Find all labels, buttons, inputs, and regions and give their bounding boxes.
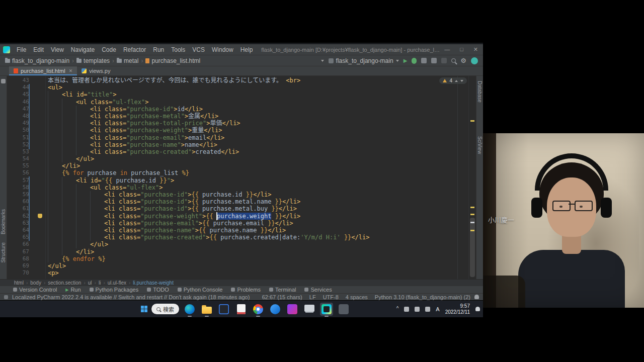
minimize-button[interactable]: —	[444, 46, 450, 53]
code-line-58[interactable]: <ul class="ul-flex">	[46, 184, 468, 191]
start-button[interactable]	[141, 306, 147, 312]
code-line-47[interactable]: <li class="purchase-id">id</li>	[46, 106, 468, 113]
maximize-button[interactable]: □	[460, 46, 463, 53]
code-line-59[interactable]: <li class="purchase-id">{{ purchase.id }…	[46, 191, 468, 198]
code-line-50[interactable]: <li class="purchase-weight">重量</li>	[46, 127, 468, 134]
code-line-60[interactable]: <li class="purchase-id">{{ purchase.meta…	[46, 198, 468, 205]
code-line-45[interactable]: <li id="title">	[46, 91, 468, 98]
line-number-57[interactable]: 57	[7, 177, 45, 184]
close-button[interactable]: ✕	[473, 46, 478, 53]
nav-crumb[interactable]: templates	[76, 57, 110, 64]
line-number-56[interactable]: 56	[7, 169, 45, 176]
code-line-43[interactable]: 本当は、管理者しか見れないページですが、今回は、誰でも見れるようにしています。 …	[46, 77, 468, 84]
close-icon[interactable]: ✕	[69, 68, 73, 73]
ime-indicator[interactable]: A	[436, 306, 439, 312]
line-number-44[interactable]: 44	[7, 84, 45, 91]
project-tool-icon[interactable]	[1, 79, 6, 83]
taskbar-app-pycharm[interactable]	[320, 303, 333, 316]
code-line-46[interactable]: <ul class="ul-flex">	[46, 99, 468, 106]
menu-item-help[interactable]: Help	[237, 46, 257, 53]
line-number-54[interactable]: 54	[7, 155, 45, 162]
breadcrumb-item-li[interactable]: li	[99, 280, 101, 286]
warning-stripe-mark[interactable]	[470, 230, 474, 231]
code-line-44[interactable]: <ul>	[46, 84, 468, 91]
speaker-icon[interactable]	[415, 307, 420, 312]
taskbar-app-app-blue[interactable]	[269, 303, 282, 316]
line-number-48[interactable]: 48	[7, 113, 45, 120]
settings-gear-icon[interactable]: ⚙	[460, 58, 466, 64]
toolwindow-python-console[interactable]: Python Console	[178, 287, 223, 293]
taskbar-app-app-dark[interactable]	[217, 303, 230, 316]
breadcrumb-item-body[interactable]: body	[30, 280, 41, 286]
code-line-52[interactable]: <li class="purchase-name">name</li>	[46, 141, 468, 148]
line-number-68[interactable]: 68	[7, 255, 45, 262]
coverage-button[interactable]	[421, 58, 427, 63]
line-number-60[interactable]: 60	[7, 198, 45, 205]
warning-stripe-mark[interactable]	[470, 207, 474, 208]
breadcrumb-item-ul.ul-flex[interactable]: ul.ul-flex	[108, 280, 126, 286]
taskbar-app-edge[interactable]	[183, 303, 196, 316]
editor-scrollbar[interactable]	[468, 76, 476, 279]
status-widget[interactable]: Python 3.10 (flask_to_django-main) (2)	[375, 294, 470, 300]
line-number-59[interactable]: 59	[7, 191, 45, 198]
nav-crumb[interactable]: metal	[117, 57, 138, 64]
stripe-tab-sciview[interactable]: SciView	[477, 136, 482, 154]
line-number-52[interactable]: 52	[7, 141, 45, 148]
line-number-65[interactable]: 65	[7, 234, 45, 241]
line-number-45[interactable]: 45	[7, 91, 45, 98]
menu-item-window[interactable]: Window	[208, 46, 237, 53]
status-widget[interactable]: 62:67 (15 chars)	[262, 294, 302, 300]
code-line-55[interactable]: </li>	[46, 162, 468, 169]
debug-button[interactable]	[412, 58, 417, 64]
toolwindow-run[interactable]: ▶Run	[65, 287, 80, 293]
stripe-tab-database[interactable]: Database	[477, 81, 482, 103]
code-line-69[interactable]: </ul>	[46, 262, 468, 269]
line-number-43[interactable]: 43	[7, 77, 45, 84]
line-number-58[interactable]: 58	[7, 184, 45, 191]
toolwindow-problems[interactable]: Problems	[231, 287, 260, 293]
breadcrumb-item-section.section[interactable]: section.section	[48, 280, 81, 286]
line-number-66[interactable]: 66	[7, 241, 45, 248]
code-line-67[interactable]: </li>	[46, 248, 468, 255]
status-widget[interactable]: 4 spaces	[346, 294, 368, 300]
code-line-70[interactable]: <p>	[46, 269, 468, 277]
line-number-70[interactable]: 70	[7, 269, 45, 277]
line-number-49[interactable]: 49	[7, 120, 45, 127]
taskbar-app-app-white[interactable]	[234, 303, 248, 316]
code-line-51[interactable]: <li class="purchase-email">email</li>	[46, 134, 468, 141]
taskbar-app-app-gray[interactable]	[337, 303, 350, 316]
breadcrumb-item-html[interactable]: html	[14, 280, 24, 286]
inspections-widget[interactable]: 4	[439, 77, 467, 84]
chevron-down-icon[interactable]	[321, 60, 324, 63]
code-line-62[interactable]: <li class="purchase-weight">{{ purchase.…	[46, 213, 468, 220]
warning-stripe-mark[interactable]	[470, 214, 474, 215]
notification-center-icon[interactable]	[475, 307, 480, 311]
menu-item-code[interactable]: Code	[98, 46, 120, 53]
toolwindow-python-packages[interactable]: Python Packages	[90, 287, 139, 293]
breadcrumb-item-li.purchase-weight[interactable]: li.purchase-weight	[133, 280, 174, 286]
line-number-61[interactable]: 61	[7, 205, 45, 212]
avatar[interactable]	[471, 57, 478, 64]
code-line-63[interactable]: <li class="purchase-email">{{ purchase.e…	[46, 220, 468, 227]
code-line-56[interactable]: {% for purchase in purchase_list %}	[46, 169, 468, 176]
code-line-54[interactable]: </ul>	[46, 155, 468, 162]
taskbar-app-file-explorer[interactable]	[200, 303, 213, 316]
notifications-bell-icon[interactable]	[474, 295, 479, 299]
menu-item-run[interactable]: Run	[149, 46, 168, 53]
line-number-67[interactable]: 67	[7, 248, 45, 255]
menu-item-vcs[interactable]: VCS	[189, 46, 208, 53]
tab-purchase_list.html[interactable]: purchase_list.html✕	[9, 66, 77, 75]
code-line-61[interactable]: <li class="purchase-id">{{ purchase.meta…	[46, 205, 468, 212]
status-widget[interactable]: LF	[309, 294, 316, 300]
status-message[interactable]: Localized PyCharm 2022.2.4 is available …	[12, 294, 258, 300]
prev-problem-icon[interactable]	[455, 78, 458, 82]
selected-text[interactable]: purchase.weight	[217, 213, 271, 220]
line-number-55[interactable]: 55	[7, 162, 45, 169]
line-number-47[interactable]: 47	[7, 106, 45, 113]
taskbar-app-remote-desktop[interactable]	[303, 303, 316, 316]
status-widget[interactable]: UTF-8	[323, 294, 339, 300]
selection-stripe-mark[interactable]	[470, 222, 474, 223]
profiler-button[interactable]	[431, 58, 437, 63]
tab-views.py[interactable]: views.py	[77, 66, 115, 75]
menu-item-navigate[interactable]: Navigate	[67, 46, 98, 53]
